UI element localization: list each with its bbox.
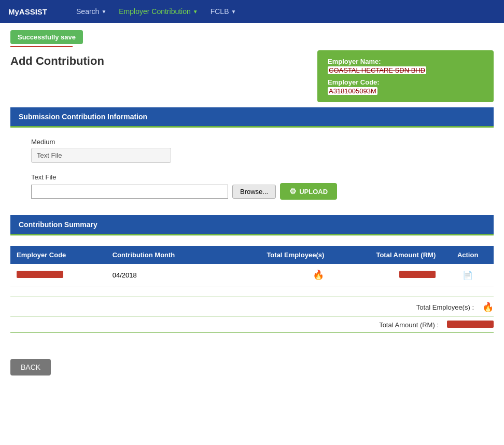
header-row: Add Contribution Employer Name: COASTAL …	[10, 50, 494, 102]
medium-label: Medium	[31, 138, 473, 146]
employer-code-value: A3181005093M	[328, 87, 377, 95]
success-banner: Successfully save	[10, 30, 83, 47]
cell-contribution-month: 04/2018	[106, 264, 222, 286]
employer-code-label: Employer Code:	[328, 78, 483, 86]
success-badge: Successfully save	[10, 30, 83, 44]
back-section: BACK	[10, 359, 504, 376]
col-total-employees: Total Employee(s)	[222, 246, 330, 264]
total-employees-value-icon: 🔥	[482, 301, 494, 313]
page-content: Add Contribution Employer Name: COASTAL …	[0, 50, 504, 343]
nav-employer-chevron-icon: ▼	[193, 9, 198, 15]
table-header-row: Employer Code Contribution Month Total E…	[10, 246, 494, 264]
submission-section-title: Submission Contribution Information	[19, 113, 147, 121]
nav-search-label: Search	[76, 7, 99, 16]
amount-redacted	[399, 271, 436, 278]
col-contribution-month: Contribution Month	[106, 246, 222, 264]
contribution-table: Employer Code Contribution Month Total E…	[10, 246, 494, 286]
upload-button-label: UPLOAD	[299, 188, 328, 196]
page-title: Add Contribution	[10, 54, 104, 68]
nav-myassist[interactable]	[58, 0, 70, 23]
totals-bottom-divider	[10, 332, 494, 333]
cell-total-employees: 🔥	[222, 264, 330, 286]
submission-section-header: Submission Contribution Information	[10, 107, 494, 128]
action-document-icon[interactable]: 📄	[463, 271, 473, 280]
nav-search[interactable]: Search ▼	[70, 0, 113, 23]
totals-mid-divider	[10, 316, 494, 316]
employer-name-label: Employer Name:	[328, 58, 483, 65]
cell-total-amount	[330, 264, 442, 286]
navbar: MyASSIST Search ▼ Employer Contribution …	[0, 0, 504, 23]
medium-value: Text File	[31, 148, 171, 163]
back-button[interactable]: BACK	[10, 359, 51, 376]
total-employees-label: Total Employee(s) :	[370, 303, 474, 311]
nav-fclb[interactable]: FCLB ▼	[204, 0, 243, 23]
total-amount-row: Total Amount (RM) :	[10, 321, 494, 329]
file-input-row: Browse... ⚙ UPLOAD	[31, 183, 473, 200]
total-amount-label: Total Amount (RM) :	[335, 321, 439, 329]
employer-name-value: COASTAL HECTARE SDN BHD	[328, 66, 426, 74]
nav-fclb-chevron-icon: ▼	[231, 9, 236, 15]
total-amount-value	[447, 321, 494, 329]
employer-info-box: Employer Name: COASTAL HECTARE SDN BHD E…	[317, 50, 494, 102]
nav-employer-contribution[interactable]: Employer Contribution ▼	[113, 0, 204, 23]
success-underline	[10, 46, 73, 47]
total-employees-row: Total Employee(s) : 🔥	[10, 301, 494, 313]
totals-top-divider	[10, 297, 494, 297]
summary-section-header: Contribution Summary	[10, 215, 494, 235]
file-group: Text File Browse... ⚙ UPLOAD	[31, 173, 473, 200]
contribution-table-container: Employer Code Contribution Month Total E…	[10, 246, 494, 286]
upload-button[interactable]: ⚙ UPLOAD	[280, 183, 337, 200]
employer-code-redacted	[17, 271, 63, 278]
nav-search-chevron-icon: ▼	[101, 9, 106, 15]
col-action: Action	[442, 246, 494, 264]
brand-logo: MyASSIST	[8, 7, 47, 16]
total-amount-redacted	[447, 321, 494, 328]
col-employer-code: Employer Code	[10, 246, 106, 264]
cell-employer-code	[10, 264, 106, 286]
file-input[interactable]	[31, 185, 228, 199]
browse-button[interactable]: Browse...	[232, 185, 276, 199]
textfile-label: Text File	[31, 173, 473, 181]
nav-employer-contribution-label: Employer Contribution	[119, 7, 191, 16]
employees-icon: 🔥	[313, 270, 324, 280]
form-group: Medium Text File	[31, 138, 473, 163]
nav-fclb-label: FCLB	[211, 7, 229, 16]
upload-icon: ⚙	[289, 187, 296, 196]
cell-action[interactable]: 📄	[442, 264, 494, 286]
summary-section-title: Contribution Summary	[19, 220, 97, 229]
col-total-amount: Total Amount (RM)	[330, 246, 442, 264]
table-row: 04/2018 🔥 📄	[10, 264, 494, 286]
